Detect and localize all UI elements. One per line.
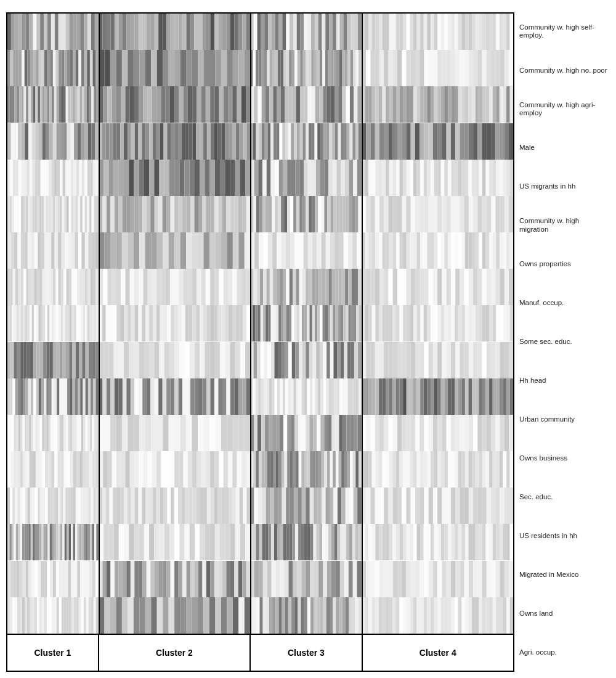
grid-row bbox=[7, 86, 513, 123]
svg-rect-709 bbox=[51, 196, 53, 232]
svg-rect-731 bbox=[102, 196, 106, 232]
svg-rect-2224 bbox=[406, 561, 410, 597]
svg-rect-2279 bbox=[84, 597, 86, 634]
svg-rect-1509 bbox=[379, 378, 383, 415]
svg-rect-1183 bbox=[261, 305, 263, 341]
svg-rect-590 bbox=[103, 160, 108, 196]
svg-rect-1337 bbox=[295, 342, 299, 378]
svg-rect-1619 bbox=[261, 415, 265, 451]
svg-rect-2385 bbox=[496, 597, 500, 634]
svg-rect-84 bbox=[325, 14, 329, 50]
svg-rect-92 bbox=[354, 14, 358, 50]
svg-rect-40 bbox=[158, 14, 162, 50]
svg-rect-1008 bbox=[161, 269, 165, 305]
svg-rect-1085 bbox=[464, 269, 468, 305]
svg-rect-645 bbox=[357, 160, 362, 196]
svg-rect-163 bbox=[78, 50, 81, 86]
svg-rect-185 bbox=[186, 50, 192, 86]
svg-rect-1685 bbox=[23, 451, 26, 488]
svg-rect-2013 bbox=[119, 524, 124, 560]
svg-rect-1935 bbox=[375, 488, 379, 524]
svg-rect-1116 bbox=[52, 305, 54, 341]
svg-rect-662 bbox=[416, 160, 420, 196]
svg-rect-534 bbox=[415, 123, 419, 160]
svg-rect-545 bbox=[464, 123, 468, 160]
svg-rect-1874 bbox=[142, 488, 145, 524]
svg-rect-1036 bbox=[277, 269, 280, 305]
cluster-cell bbox=[250, 488, 362, 524]
svg-rect-664 bbox=[423, 160, 427, 196]
svg-rect-1494 bbox=[334, 378, 337, 415]
svg-rect-1864 bbox=[105, 488, 109, 524]
svg-rect-432 bbox=[63, 123, 67, 160]
svg-rect-1176 bbox=[239, 305, 243, 341]
svg-rect-506 bbox=[315, 123, 318, 160]
svg-rect-2250 bbox=[12, 597, 15, 634]
svg-rect-1732 bbox=[201, 451, 205, 488]
svg-rect-2025 bbox=[179, 524, 184, 560]
svg-rect-1959 bbox=[482, 488, 486, 524]
svg-rect-1551 bbox=[14, 415, 17, 451]
svg-rect-1341 bbox=[309, 342, 313, 378]
svg-rect-212 bbox=[294, 50, 298, 86]
svg-rect-1404 bbox=[44, 378, 46, 415]
svg-rect-128 bbox=[479, 14, 482, 50]
svg-rect-202 bbox=[267, 50, 270, 86]
svg-rect-1332 bbox=[278, 342, 282, 378]
svg-rect-552 bbox=[495, 123, 500, 160]
svg-rect-1180 bbox=[253, 305, 255, 341]
svg-rect-1237 bbox=[413, 305, 417, 341]
svg-rect-1531 bbox=[455, 378, 458, 415]
svg-rect-2123 bbox=[17, 561, 20, 597]
svg-rect-267 bbox=[500, 50, 504, 86]
svg-rect-1323 bbox=[245, 342, 250, 378]
svg-rect-676 bbox=[465, 160, 469, 196]
svg-rect-1058 bbox=[348, 269, 351, 305]
svg-rect-239 bbox=[375, 50, 379, 86]
svg-rect-1856 bbox=[83, 488, 86, 524]
svg-rect-1257 bbox=[482, 305, 486, 341]
svg-rect-1486 bbox=[312, 378, 315, 415]
svg-rect-726 bbox=[89, 196, 92, 232]
svg-rect-2211 bbox=[349, 561, 353, 597]
svg-rect-756 bbox=[202, 196, 206, 232]
svg-rect-685 bbox=[496, 160, 500, 196]
svg-rect-1593 bbox=[116, 415, 121, 451]
svg-rect-1212 bbox=[336, 305, 338, 341]
svg-rect-28 bbox=[110, 14, 114, 50]
svg-rect-1333 bbox=[282, 342, 285, 378]
svg-rect-2187 bbox=[246, 561, 250, 597]
svg-rect-1886 bbox=[185, 488, 189, 524]
cluster-cell bbox=[7, 123, 99, 160]
svg-rect-134 bbox=[500, 14, 503, 50]
svg-rect-292 bbox=[59, 86, 61, 123]
svg-rect-1608 bbox=[203, 415, 209, 451]
row-label-6: Owns properties bbox=[519, 245, 610, 284]
svg-rect-1427 bbox=[107, 378, 110, 415]
svg-rect-1207 bbox=[323, 305, 325, 341]
svg-rect-1586 bbox=[90, 415, 92, 451]
svg-rect-1091 bbox=[491, 269, 495, 305]
svg-rect-1441 bbox=[162, 378, 166, 415]
svg-rect-1055 bbox=[339, 269, 342, 305]
svg-rect-2081 bbox=[379, 524, 383, 560]
svg-rect-1229 bbox=[386, 305, 389, 341]
svg-rect-2133 bbox=[47, 561, 50, 597]
grid-row bbox=[7, 50, 513, 86]
svg-rect-1453 bbox=[210, 378, 214, 415]
svg-rect-544 bbox=[460, 123, 464, 160]
svg-rect-222 bbox=[322, 50, 325, 86]
svg-rect-750 bbox=[178, 196, 182, 232]
svg-rect-727 bbox=[92, 196, 94, 232]
svg-rect-1419 bbox=[83, 378, 85, 415]
svg-rect-1001 bbox=[129, 269, 134, 305]
svg-rect-414 bbox=[506, 86, 510, 123]
svg-rect-499 bbox=[294, 123, 297, 160]
svg-rect-2172 bbox=[186, 561, 190, 597]
svg-rect-1568 bbox=[51, 415, 53, 451]
cluster-cell bbox=[99, 269, 250, 305]
svg-rect-1769 bbox=[324, 451, 327, 488]
svg-rect-1841 bbox=[46, 488, 48, 524]
svg-rect-1240 bbox=[423, 305, 427, 341]
svg-rect-842 bbox=[21, 232, 24, 269]
